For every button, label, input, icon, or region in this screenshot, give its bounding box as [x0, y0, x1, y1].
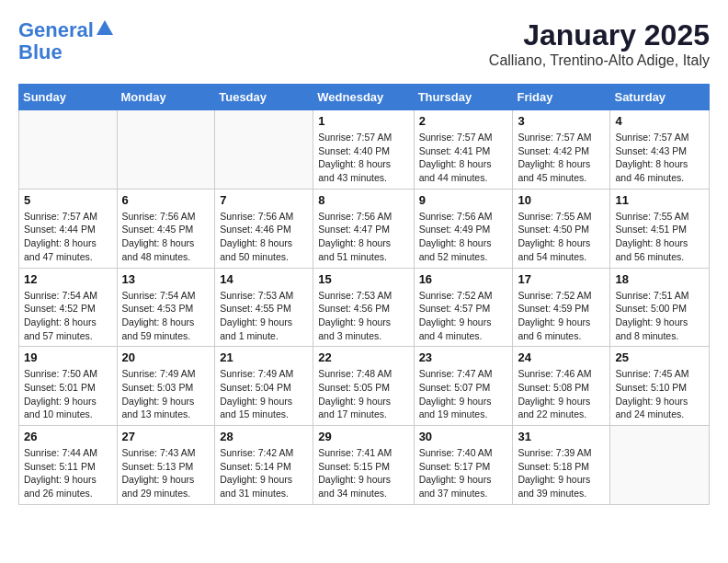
day-number: 25	[615, 350, 704, 364]
calendar-subtitle: Calliano, Trentino-Alto Adige, Italy	[489, 52, 710, 69]
day-number: 21	[220, 350, 308, 364]
day-number: 14	[220, 272, 308, 286]
day-info: Sunrise: 7:56 AMSunset: 4:49 PMDaylight:…	[419, 210, 508, 264]
day-info: Sunrise: 7:56 AMSunset: 4:47 PMDaylight:…	[318, 210, 408, 264]
day-number: 26	[24, 430, 112, 443]
calendar-day-cell: 25Sunrise: 7:45 AMSunset: 5:10 PMDayligh…	[610, 347, 710, 426]
calendar-day-cell: 2Sunrise: 7:57 AMSunset: 4:41 PMDaylight…	[414, 110, 513, 190]
day-number: 9	[419, 193, 508, 207]
calendar-title: January 2025	[489, 18, 710, 52]
day-number: 11	[615, 193, 704, 207]
calendar-day-cell: 27Sunrise: 7:43 AMSunset: 5:13 PMDayligh…	[117, 426, 215, 505]
logo: General Blue	[18, 18, 115, 64]
calendar-day-cell: 5Sunrise: 7:57 AMSunset: 4:44 PMDaylight…	[19, 189, 118, 268]
calendar-day-cell: 18Sunrise: 7:51 AMSunset: 5:00 PMDayligh…	[610, 268, 710, 347]
calendar-day-cell: 22Sunrise: 7:48 AMSunset: 5:05 PMDayligh…	[313, 347, 414, 426]
day-number: 13	[122, 272, 210, 286]
calendar-day-cell: 4Sunrise: 7:57 AMSunset: 4:43 PMDaylight…	[610, 110, 710, 190]
day-info: Sunrise: 7:50 AMSunset: 5:01 PMDaylight:…	[24, 367, 112, 421]
calendar-day-cell: 26Sunrise: 7:44 AMSunset: 5:11 PMDayligh…	[19, 426, 118, 505]
calendar-table: SundayMondayTuesdayWednesdayThursdayFrid…	[18, 84, 710, 505]
calendar-day-cell: 20Sunrise: 7:49 AMSunset: 5:03 PMDayligh…	[117, 347, 215, 426]
day-info: Sunrise: 7:42 AMSunset: 5:14 PMDaylight:…	[220, 446, 308, 500]
day-info: Sunrise: 7:57 AMSunset: 4:43 PMDaylight:…	[615, 131, 704, 185]
day-number: 5	[24, 193, 112, 207]
day-info: Sunrise: 7:53 AMSunset: 4:55 PMDaylight:…	[220, 289, 308, 343]
day-number: 17	[518, 272, 605, 286]
day-info: Sunrise: 7:41 AMSunset: 5:15 PMDaylight:…	[318, 446, 408, 500]
day-info: Sunrise: 7:47 AMSunset: 5:07 PMDaylight:…	[419, 367, 508, 421]
day-number: 2	[419, 114, 508, 128]
day-number: 1	[318, 114, 408, 128]
day-info: Sunrise: 7:55 AMSunset: 4:51 PMDaylight:…	[615, 210, 704, 264]
calendar-week-row: 5Sunrise: 7:57 AMSunset: 4:44 PMDaylight…	[19, 189, 710, 268]
calendar-title-area: January 2025 Calliano, Trentino-Alto Adi…	[489, 18, 710, 69]
calendar-day-cell	[117, 110, 215, 190]
day-info: Sunrise: 7:49 AMSunset: 5:03 PMDaylight:…	[122, 367, 210, 421]
day-info: Sunrise: 7:56 AMSunset: 4:45 PMDaylight:…	[122, 210, 210, 264]
calendar-day-cell: 15Sunrise: 7:53 AMSunset: 4:56 PMDayligh…	[313, 268, 414, 347]
calendar-day-cell: 8Sunrise: 7:56 AMSunset: 4:47 PMDaylight…	[313, 189, 414, 268]
day-number: 31	[518, 430, 605, 443]
calendar-day-cell: 29Sunrise: 7:41 AMSunset: 5:15 PMDayligh…	[313, 426, 414, 505]
day-info: Sunrise: 7:45 AMSunset: 5:10 PMDaylight:…	[615, 367, 704, 421]
calendar-day-cell: 30Sunrise: 7:40 AMSunset: 5:17 PMDayligh…	[414, 426, 513, 505]
logo-triangle-icon	[95, 18, 115, 39]
calendar-day-cell: 23Sunrise: 7:47 AMSunset: 5:07 PMDayligh…	[414, 347, 513, 426]
day-info: Sunrise: 7:52 AMSunset: 4:57 PMDaylight:…	[419, 289, 508, 343]
calendar-day-cell: 7Sunrise: 7:56 AMSunset: 4:46 PMDaylight…	[215, 189, 313, 268]
day-number: 10	[518, 193, 605, 207]
calendar-day-cell: 1Sunrise: 7:57 AMSunset: 4:40 PMDaylight…	[313, 110, 414, 190]
day-number: 28	[220, 430, 308, 443]
day-number: 23	[419, 350, 508, 364]
calendar-day-cell: 10Sunrise: 7:55 AMSunset: 4:50 PMDayligh…	[513, 189, 610, 268]
logo-text: General	[18, 18, 94, 42]
day-info: Sunrise: 7:44 AMSunset: 5:11 PMDaylight:…	[24, 446, 112, 500]
day-number: 8	[318, 193, 408, 207]
calendar-day-cell: 9Sunrise: 7:56 AMSunset: 4:49 PMDaylight…	[414, 189, 513, 268]
day-info: Sunrise: 7:39 AMSunset: 5:18 PMDaylight:…	[518, 446, 605, 500]
day-info: Sunrise: 7:54 AMSunset: 4:53 PMDaylight:…	[122, 289, 210, 343]
calendar-body: 1Sunrise: 7:57 AMSunset: 4:40 PMDaylight…	[19, 110, 710, 505]
page-header: General Blue January 2025 Calliano, Tren…	[18, 18, 710, 69]
day-info: Sunrise: 7:55 AMSunset: 4:50 PMDaylight:…	[518, 210, 605, 264]
day-number: 15	[318, 272, 408, 286]
day-number: 20	[122, 350, 210, 364]
calendar-header-cell: Monday	[117, 85, 215, 110]
calendar-week-row: 26Sunrise: 7:44 AMSunset: 5:11 PMDayligh…	[19, 426, 710, 505]
day-info: Sunrise: 7:57 AMSunset: 4:40 PMDaylight:…	[318, 131, 408, 185]
day-number: 29	[318, 430, 408, 443]
day-info: Sunrise: 7:56 AMSunset: 4:46 PMDaylight:…	[220, 210, 308, 264]
day-info: Sunrise: 7:57 AMSunset: 4:41 PMDaylight:…	[419, 131, 508, 185]
calendar-header-cell: Sunday	[19, 85, 118, 110]
day-info: Sunrise: 7:53 AMSunset: 4:56 PMDaylight:…	[318, 289, 408, 343]
calendar-day-cell: 16Sunrise: 7:52 AMSunset: 4:57 PMDayligh…	[414, 268, 513, 347]
day-number: 19	[24, 350, 112, 364]
calendar-header-cell: Thursday	[414, 85, 513, 110]
day-info: Sunrise: 7:46 AMSunset: 5:08 PMDaylight:…	[518, 367, 605, 421]
calendar-day-cell	[19, 110, 118, 190]
calendar-header-cell: Tuesday	[215, 85, 313, 110]
calendar-day-cell: 31Sunrise: 7:39 AMSunset: 5:18 PMDayligh…	[513, 426, 610, 505]
day-number: 3	[518, 114, 605, 128]
svg-marker-0	[97, 20, 113, 35]
day-number: 4	[615, 114, 704, 128]
calendar-day-cell: 13Sunrise: 7:54 AMSunset: 4:53 PMDayligh…	[117, 268, 215, 347]
calendar-day-cell: 24Sunrise: 7:46 AMSunset: 5:08 PMDayligh…	[513, 347, 610, 426]
calendar-week-row: 12Sunrise: 7:54 AMSunset: 4:52 PMDayligh…	[19, 268, 710, 347]
calendar-day-cell: 17Sunrise: 7:52 AMSunset: 4:59 PMDayligh…	[513, 268, 610, 347]
calendar-day-cell	[215, 110, 313, 190]
calendar-day-cell: 14Sunrise: 7:53 AMSunset: 4:55 PMDayligh…	[215, 268, 313, 347]
calendar-week-row: 19Sunrise: 7:50 AMSunset: 5:01 PMDayligh…	[19, 347, 710, 426]
day-number: 6	[122, 193, 210, 207]
calendar-day-cell: 3Sunrise: 7:57 AMSunset: 4:42 PMDaylight…	[513, 110, 610, 190]
day-info: Sunrise: 7:51 AMSunset: 5:00 PMDaylight:…	[615, 289, 704, 343]
day-info: Sunrise: 7:57 AMSunset: 4:42 PMDaylight:…	[518, 131, 605, 185]
day-info: Sunrise: 7:43 AMSunset: 5:13 PMDaylight:…	[122, 446, 210, 500]
day-number: 16	[419, 272, 508, 286]
day-info: Sunrise: 7:49 AMSunset: 5:04 PMDaylight:…	[220, 367, 308, 421]
day-info: Sunrise: 7:54 AMSunset: 4:52 PMDaylight:…	[24, 289, 112, 343]
calendar-header-cell: Saturday	[610, 85, 710, 110]
day-number: 7	[220, 193, 308, 207]
calendar-header-row: SundayMondayTuesdayWednesdayThursdayFrid…	[19, 85, 710, 110]
